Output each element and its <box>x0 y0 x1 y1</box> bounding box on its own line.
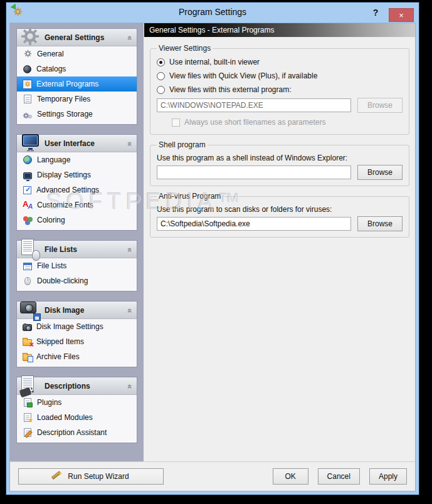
list-mouse-large-icon <box>19 238 41 261</box>
sidebar-group-descriptions: Descriptions Plugins Loaded Modules Desc… <box>16 377 137 443</box>
sidebar-item-settings-storage[interactable]: Settings Storage <box>17 107 137 122</box>
viewer-settings-group: Viewer Settings Use internal, built-in v… <box>150 44 409 135</box>
sidebar-item-temporary-files[interactable]: Temporary Files <box>17 92 137 107</box>
sidebar-item-description-assistant[interactable]: Description Assistant <box>17 425 137 440</box>
monitor-large-icon <box>19 132 41 155</box>
radio-use-internal-viewer[interactable]: Use internal, built-in viewer <box>157 56 403 68</box>
sidebar-group-header-general-settings[interactable]: General Settings <box>17 29 137 46</box>
ok-button[interactable]: OK <box>273 468 308 485</box>
checkbox-icon <box>172 118 180 127</box>
sidebar-group-file-lists: File Lists File Lists Double-clicking <box>16 240 137 291</box>
radio-quick-view[interactable]: View files with Quick View (Plus), if av… <box>157 70 403 81</box>
close-button[interactable]: × <box>389 8 414 22</box>
short-filenames-checkbox-row: Always use short filenames as parameters <box>172 117 403 127</box>
page-plug-icon <box>24 398 31 407</box>
browse-viewer-button: Browse <box>357 98 403 113</box>
page-plug-large-icon <box>19 375 41 397</box>
sidebar-item-archive-files[interactable]: Archive Files <box>17 349 137 364</box>
camera-floppy-large-icon <box>19 299 41 322</box>
sidebar-item-loaded-modules[interactable]: Loaded Modules <box>17 410 137 425</box>
browse-shell-button[interactable]: Browse <box>357 165 403 180</box>
sidebar: General Settings General Catalogs Extern… <box>10 23 144 461</box>
sidebar-group-header-descriptions[interactable]: Descriptions <box>17 377 137 395</box>
main-panel: General Settings - External Programs Vie… <box>144 23 415 461</box>
shell-program-label: Use this program as a shell instead of W… <box>157 154 403 162</box>
dialog-footer: Run Setup Wizard OK Cancel Apply <box>10 461 415 491</box>
gear-large-icon <box>19 26 41 49</box>
gears-storage-icon <box>23 109 33 119</box>
sidebar-group-header-user-interface[interactable]: User Interface <box>17 135 137 152</box>
radio-button-icon[interactable] <box>157 58 165 66</box>
antivirus-program-group: Anti-virus Program Use this program to s… <box>150 192 409 238</box>
titlebar: Program Settings ? × <box>6 3 419 22</box>
settings-content: Viewer Settings Use internal, built-in v… <box>144 37 415 461</box>
page-pencil-icon <box>24 428 31 437</box>
sidebar-item-catalogs[interactable]: Catalogs <box>17 61 137 76</box>
shell-program-input[interactable] <box>157 165 351 179</box>
collapse-chevron-icon[interactable] <box>125 36 135 40</box>
folder-archive-icon <box>23 354 32 361</box>
sidebar-group-disk-image: Disk Image Disk Image Settings Skipped I… <box>16 301 137 367</box>
radio-external-program[interactable]: View files with this external program: <box>157 84 403 95</box>
camera-icon <box>23 324 32 331</box>
color-circles-icon <box>23 215 33 225</box>
group-title: File Lists <box>45 245 77 254</box>
globe-icon <box>23 155 32 164</box>
sidebar-group-header-disk-image[interactable]: Disk Image <box>17 302 137 319</box>
sidebar-item-advanced-settings[interactable]: Advanced Settings <box>17 182 137 197</box>
window-body: SOFTPEDIA™ General Settings General Cata… <box>9 23 416 491</box>
sidebar-item-double-clicking[interactable]: Double-clicking <box>17 273 137 288</box>
sidebar-item-customize-fonts[interactable]: Customize Fonts <box>17 197 137 213</box>
sidebar-item-skipped-items[interactable]: Skipped Items <box>17 334 137 349</box>
group-title: Disk Image <box>45 306 84 315</box>
sidebar-group-user-interface: User Interface Language Display Settings… <box>16 134 137 231</box>
page-title: General Settings - External Programs <box>144 23 415 37</box>
catalog-disc-icon <box>23 65 31 73</box>
run-setup-wizard-button[interactable]: Run Setup Wizard <box>18 468 164 485</box>
cancel-button[interactable]: Cancel <box>318 468 360 485</box>
checkbox-check-icon <box>23 186 31 194</box>
sidebar-item-external-programs[interactable]: External Programs <box>17 76 137 92</box>
sidebar-item-coloring[interactable]: Coloring <box>17 213 137 228</box>
mouse-icon <box>24 277 31 285</box>
browse-antivirus-button[interactable]: Browse <box>357 216 403 231</box>
program-settings-window: Program Settings ? × SOFTPEDIA™ General … <box>6 2 419 495</box>
apply-button[interactable]: Apply <box>369 468 407 485</box>
collapse-chevron-icon[interactable] <box>125 142 135 146</box>
antivirus-legend: Anti-virus Program <box>157 192 223 201</box>
collapse-chevron-icon[interactable] <box>125 308 135 313</box>
letters-aa-icon <box>23 200 33 210</box>
help-button[interactable]: ? <box>369 5 382 20</box>
sidebar-group-general-settings: General Settings General Catalogs Extern… <box>16 28 137 125</box>
shell-program-legend: Shell program <box>157 140 208 149</box>
document-icon <box>24 95 31 103</box>
sidebar-group-header-file-lists[interactable]: File Lists <box>17 241 137 258</box>
antivirus-path-input[interactable] <box>157 217 351 231</box>
group-title: Descriptions <box>45 382 90 391</box>
collapse-chevron-icon[interactable] <box>125 384 135 389</box>
folder-x-icon <box>23 339 32 346</box>
group-title: General Settings <box>45 33 104 42</box>
radio-button-icon[interactable] <box>157 86 165 94</box>
gear-small-icon <box>23 49 33 59</box>
collapse-chevron-icon[interactable] <box>125 248 135 252</box>
antivirus-label: Use this program to scan disks or folder… <box>157 205 403 214</box>
page-star-icon <box>24 413 31 422</box>
group-title: User Interface <box>45 139 95 148</box>
sidebar-item-display-settings[interactable]: Display Settings <box>17 167 137 182</box>
magic-wand-icon <box>53 471 63 481</box>
external-program-icon <box>23 80 32 89</box>
radio-button-icon[interactable] <box>157 72 165 80</box>
monitor-icon <box>23 172 32 179</box>
shell-program-group: Shell program Use this program as a shel… <box>150 140 409 186</box>
table-icon <box>23 263 32 270</box>
window-title: Program Settings <box>6 3 419 22</box>
viewer-settings-legend: Viewer Settings <box>157 44 213 53</box>
external-viewer-path-input <box>157 98 351 112</box>
